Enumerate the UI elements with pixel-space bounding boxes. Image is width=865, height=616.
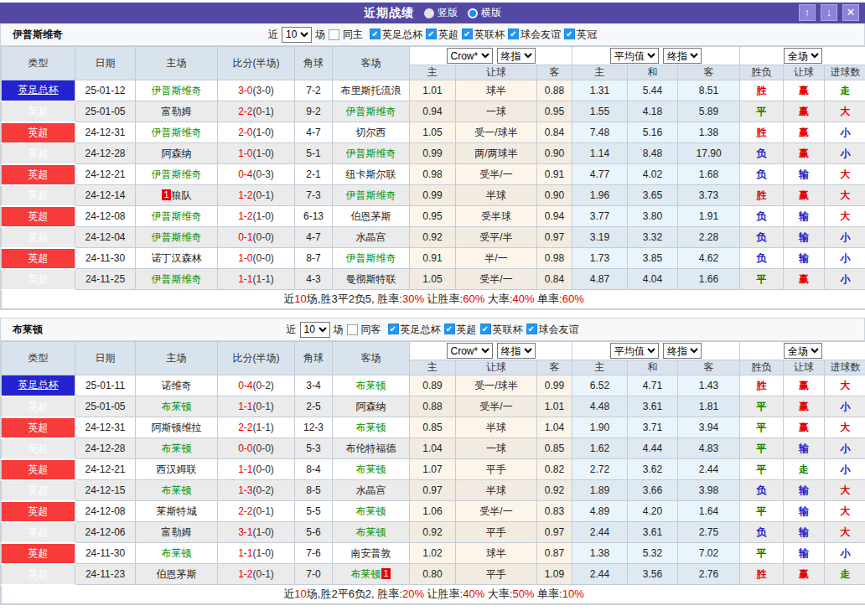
competition-checkbox[interactable] [564, 28, 575, 39]
home-team-cell: 西汉姆联 [136, 459, 218, 480]
final-index-2-select[interactable]: 终指 [663, 48, 702, 64]
home-team-cell: 布莱顿 [136, 543, 218, 564]
vertical-layout-label[interactable]: 竖版 [438, 6, 458, 20]
average-select[interactable]: 平均值 [610, 343, 659, 359]
fulltime-select[interactable]: 全场 [784, 48, 822, 64]
competition-type-cell[interactable]: 英超 [2, 122, 75, 143]
competition-type-cell[interactable]: 英超 [2, 438, 75, 459]
competition-type-cell[interactable]: 英超 [2, 543, 75, 564]
corner-cell: 4-7 [295, 122, 333, 143]
match-row: 英足总杯25-01-12伊普斯维奇3-0(3-0)7-2布里斯托流浪1.01球半… [2, 80, 865, 101]
competition-type-cell[interactable]: 英超 [2, 227, 75, 248]
competition-type-cell[interactable]: 英超 [2, 522, 75, 543]
competition-checkbox[interactable] [370, 28, 381, 39]
avg-home-cell: 1.96 [572, 185, 628, 206]
corner-cell: 5-3 [295, 438, 333, 459]
match-row: 英超24-12-06富勒姆3-1(1-0)5-6布莱顿0.92平手0.972.4… [2, 522, 865, 543]
date-cell: 24-12-14 [75, 185, 136, 206]
final-index-2-select[interactable]: 终指 [663, 343, 702, 359]
avg-away-cell: 3.98 [678, 480, 740, 501]
competition-type-cell[interactable]: 英超 [2, 480, 75, 501]
competition-type-cell[interactable]: 英超 [2, 564, 75, 585]
competition-checkbox[interactable] [526, 324, 537, 334]
avg-away-cell: 5.89 [678, 101, 740, 122]
away-odds-cell: 0.94 [537, 206, 572, 227]
close-button[interactable]: ✕ [842, 4, 859, 21]
result-cell: 负 [740, 248, 784, 269]
competition-type-cell[interactable]: 英超 [2, 164, 75, 185]
horizontal-layout-label[interactable]: 横版 [481, 6, 501, 20]
competition-type-cell[interactable]: 英超 [2, 248, 75, 269]
recent-count-select[interactable]: 10 [282, 27, 312, 43]
away-odds-cell: 0.99 [537, 375, 572, 396]
competition-filter[interactable]: 英联杯 [462, 28, 505, 40]
competition-checkbox[interactable] [388, 324, 399, 334]
competition-type-cell[interactable]: 英超 [2, 185, 75, 206]
handicap-result-cell: 输 [784, 248, 825, 269]
away-team-cell: 布莱顿 [333, 417, 410, 438]
competition-filter[interactable]: 英足总杯 [370, 28, 422, 40]
team-name: 伊普斯维奇 [13, 28, 63, 42]
competition-checkbox[interactable] [480, 324, 491, 334]
filters: 近 10 场 同客 英足总杯英超英联杯球会友谊 [285, 322, 581, 338]
handicap-result-cell: 输 [784, 501, 825, 522]
competition-type-cell[interactable]: 英超 [2, 459, 75, 480]
recent-count-select[interactable]: 10 [300, 322, 330, 338]
competition-type-cell[interactable]: 英足总杯 [2, 80, 75, 101]
avg-away-cell: 2.44 [678, 459, 740, 480]
handicap-cell: 球半 [456, 80, 537, 101]
competition-filter[interactable]: 球会友谊 [526, 324, 579, 335]
competition-checkbox[interactable] [508, 28, 519, 39]
move-down-button[interactable]: ↓ [821, 4, 837, 21]
competition-checkbox[interactable] [444, 324, 455, 334]
competition-checkbox[interactable] [426, 28, 437, 39]
score-cell: 1-3(0-2) [218, 480, 295, 501]
goals-result-cell: 小 [825, 438, 865, 459]
goals-result-cell: 小 [825, 269, 865, 290]
competition-type-cell[interactable]: 英超 [2, 396, 75, 417]
horizontal-layout-radio[interactable] [468, 8, 478, 18]
result-cell: 平 [740, 543, 784, 564]
matches-label: 场 [315, 28, 325, 42]
competition-filter[interactable]: 英足总杯 [388, 324, 441, 335]
date-cell: 24-11-30 [75, 543, 136, 564]
competition-checkbox[interactable] [462, 28, 473, 39]
handicap-result-cell: 赢 [784, 375, 825, 396]
competition-filter[interactable]: 英超 [426, 28, 458, 40]
competition-filter[interactable]: 英超 [444, 324, 477, 335]
final-index-1-select[interactable]: 终指 [497, 343, 536, 359]
competition-type-cell[interactable]: 英超 [2, 269, 75, 290]
score-cell: 3-1(1-0) [218, 522, 295, 543]
col-header-away: 客场 [333, 342, 410, 375]
final-index-1-select[interactable]: 终指 [497, 48, 536, 64]
competition-filter[interactable]: 英冠 [564, 28, 597, 40]
competition-filter[interactable]: 球会友谊 [508, 28, 561, 40]
bookmaker-select[interactable]: Crow* [447, 48, 493, 64]
col-header-type: 类型 [2, 342, 75, 375]
competition-type-cell[interactable]: 英超 [2, 101, 75, 122]
bookmaker-select[interactable]: Crow* [447, 343, 493, 359]
vertical-layout-radio[interactable] [424, 8, 434, 18]
handicap-result-cell: 赢 [784, 269, 825, 290]
avg-away-cell: 2.28 [678, 227, 740, 248]
competition-type-cell[interactable]: 英超 [2, 417, 75, 438]
same-side-checkbox[interactable] [329, 29, 339, 40]
away-team-cell: 布莱顿 [333, 459, 410, 480]
competition-type-cell[interactable]: 英超 [2, 501, 75, 522]
average-select[interactable]: 平均值 [610, 48, 659, 64]
avg-away-cell: 8.51 [678, 80, 740, 101]
competition-type-cell[interactable]: 英超 [2, 143, 75, 164]
col-header-handicap-result: 让球 [784, 360, 825, 375]
move-up-button[interactable]: ↑ [799, 4, 816, 21]
date-cell: 24-12-28 [75, 438, 136, 459]
fulltime-select[interactable]: 全场 [784, 343, 822, 359]
competition-type-cell[interactable]: 英足总杯 [2, 375, 75, 396]
same-side-checkbox[interactable] [347, 324, 358, 335]
competition-filter[interactable]: 英联杯 [480, 324, 523, 335]
competition-type-cell[interactable]: 英超 [2, 206, 75, 227]
home-team-name: 布莱顿 [162, 443, 192, 454]
home-team-cell: 诺维奇 [136, 375, 218, 396]
summary-text: 50% [512, 588, 534, 600]
summary-text: 10 [294, 588, 306, 600]
corner-cell: 5-6 [295, 522, 333, 543]
